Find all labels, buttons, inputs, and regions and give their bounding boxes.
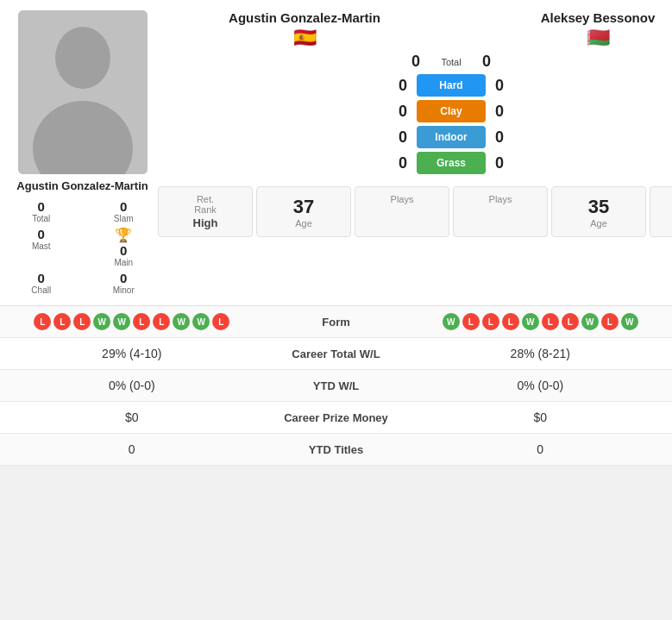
left-plays-panel: Plays [355,186,449,237]
left-player-stats: 0 Total 0 Slam 0 Mast 🏆 0 Main 0 [7,199,158,295]
right-plays-panel: Plays [453,186,548,237]
stats-center-label: YTD W/L [250,379,423,392]
grass-button[interactable]: Grass [417,152,486,174]
right-rank-panel: Ret. Rank High [650,186,672,237]
main-container: Agustin Gonzalez-Martin 0 Total 0 Slam 0… [0,0,672,466]
left-chall-label: Chall [31,285,51,295]
indoor-left: 0 [394,128,411,147]
form-badge-left: L [34,313,51,330]
left-player-photo [18,10,148,174]
svg-point-1 [55,27,110,89]
hard-button[interactable]: Hard [417,74,486,97]
left-plays-label: Plays [391,194,414,204]
left-form-badges: LLLWWLLWWL [14,313,250,330]
left-minor-value: 0 [120,271,127,285]
left-main-value: 0 [120,243,127,258]
left-stat-mast: 0 Mast [7,227,76,267]
stats-left-value: 29% (4-10) [14,347,250,360]
stats-left-value: $0 [14,410,250,424]
form-badge-right: L [542,313,559,330]
left-trophy-icon: 🏆 [115,227,132,243]
form-badge-right: W [621,313,638,330]
stats-right-value: 0 [423,442,659,456]
left-age-panel: 37 Age [256,186,351,237]
left-slam-label: Slam [114,214,134,223]
form-badge-left: W [93,313,110,330]
center-left-name: Agustin Gonzalez-Martin [229,10,380,25]
right-header-block: Aleksey Bessonov 🇧🇾 [451,10,672,49]
total-score-row: 0 Total 0 [158,53,672,71]
grass-left: 0 [394,154,411,172]
stats-right-value: 0% (0-0) [423,379,659,392]
left-header-block: Agustin Gonzalez-Martin 🇪🇸 [158,10,451,49]
right-total-score: 0 [478,53,495,71]
total-label: Total [430,57,473,67]
form-label: Form [250,316,423,329]
form-badge-right: W [443,313,460,330]
left-chall-value: 0 [38,271,45,285]
center-column: Agustin Gonzalez-Martin 🇪🇸 Aleksey Besso… [158,10,672,295]
form-badge-right: L [562,313,579,330]
stats-right-value: 28% (8-21) [423,347,659,360]
form-badge-left: L [153,313,170,330]
left-trophy-main: 🏆 0 Main [90,227,159,267]
left-rank-ret: Ret. [197,194,214,204]
stats-center-label: Career Total W/L [250,348,423,360]
grass-row: 0 Grass 0 [394,152,508,174]
indoor-right: 0 [491,128,508,147]
right-age-value: 35 [588,196,609,218]
left-stat-minor: 0 Minor [90,271,159,295]
left-total-score: 0 [407,53,424,71]
stats-left-value: 0 [14,442,250,456]
form-badge-left: L [212,313,229,330]
players-header: Agustin Gonzalez-Martin 🇪🇸 Aleksey Besso… [158,10,672,49]
left-age-label: Age [295,218,312,229]
left-mast-label: Mast [32,241,51,251]
form-badge-right: W [581,313,599,330]
right-plays-label: Plays [489,194,512,204]
left-slam-value: 0 [120,199,127,214]
surface-rows: 0 Hard 0 0 Clay 0 0 Indoor 0 0 Grass [394,74,508,178]
bottom-stats-rows: 29% (4-10)Career Total W/L28% (8-21)0% (… [0,338,672,466]
left-stat-total: 0 Total [7,199,76,223]
stats-center-label: Career Prize Money [250,411,423,424]
left-mast-value: 0 [38,227,45,241]
hard-right: 0 [491,77,508,95]
form-badge-right: W [522,313,539,330]
indoor-row: 0 Indoor 0 [394,126,508,148]
right-form-badges: WLLLWLLWLW [423,313,659,330]
left-player-card: Agustin Gonzalez-Martin 0 Total 0 Slam 0… [7,10,158,295]
left-rank-panel: Ret. Rank High [158,186,253,237]
form-badge-right: L [482,313,499,330]
left-rank-high: High [193,216,218,229]
left-rank-sub: Rank [194,204,217,215]
stats-center-label: YTD Titles [250,443,423,456]
top-section: Agustin Gonzalez-Martin 0 Total 0 Slam 0… [0,0,672,305]
clay-row: 0 Clay 0 [394,100,508,122]
right-flag: 🇧🇾 [587,27,610,49]
clay-button[interactable]: Clay [417,100,486,122]
form-badge-left: L [133,313,150,330]
left-minor-label: Minor [113,285,135,295]
left-stat-slam: 0 Slam [90,199,159,223]
right-age-label: Age [590,218,607,229]
stats-row: 29% (4-10)Career Total W/L28% (8-21) [0,338,672,370]
form-badge-left: W [113,313,130,330]
right-age-panel: 35 Age [551,186,646,237]
grass-right: 0 [491,154,508,172]
left-total-value: 0 [38,199,45,214]
clay-left: 0 [394,103,411,121]
form-badge-left: W [192,313,210,330]
hard-row: 0 Hard 0 [394,74,508,97]
form-badge-right: L [601,313,619,330]
stats-table: LLLWWLLWWL Form WLLLWLLWLW 29% (4-10)Car… [0,305,672,466]
indoor-button[interactable]: Indoor [417,126,486,148]
left-flag: 🇪🇸 [293,27,317,49]
form-badge-right: L [462,313,480,330]
left-total-label: Total [32,214,50,223]
form-badge-left: W [173,313,190,330]
hard-left: 0 [394,77,411,95]
center-right-name: Aleksey Bessonov [541,10,656,25]
form-badge-left: L [53,313,71,330]
form-badge-left: L [73,313,91,330]
